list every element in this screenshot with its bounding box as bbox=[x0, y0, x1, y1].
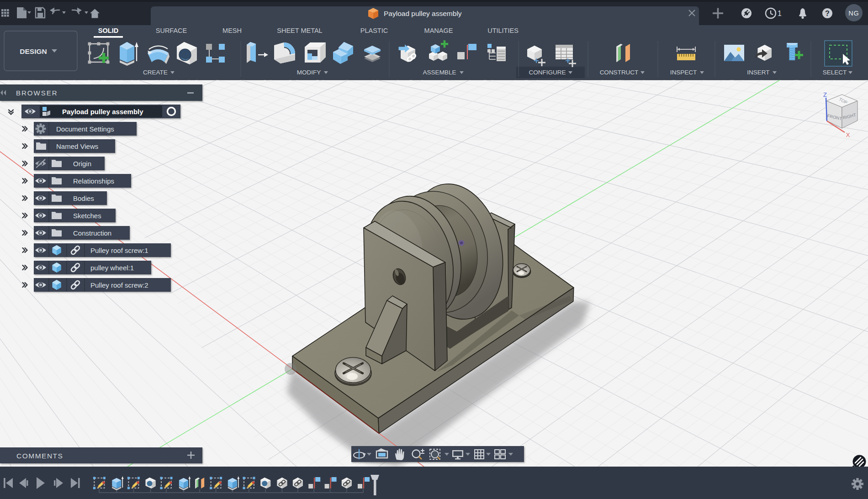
svg-text:Document Settings: Document Settings bbox=[56, 125, 114, 133]
svg-text:X: X bbox=[846, 131, 850, 138]
svg-text:SHEET METAL: SHEET METAL bbox=[277, 27, 322, 34]
svg-text:UTILITIES: UTILITIES bbox=[487, 27, 519, 34]
svg-text:MESH: MESH bbox=[222, 27, 242, 34]
svg-text:1: 1 bbox=[778, 10, 782, 17]
svg-text:?: ? bbox=[825, 10, 830, 17]
svg-text:Payload pulley assembly: Payload pulley assembly bbox=[62, 108, 143, 116]
svg-text:SURFACE: SURFACE bbox=[156, 27, 187, 34]
svg-text:Bodies: Bodies bbox=[73, 194, 94, 202]
svg-text:BROWSER: BROWSER bbox=[16, 89, 58, 97]
svg-text:NG: NG bbox=[848, 10, 859, 17]
svg-text:ASSEMBLE: ASSEMBLE bbox=[423, 69, 456, 76]
svg-text:Pulley roof screw:1: Pulley roof screw:1 bbox=[90, 247, 148, 254]
svg-text:Construction: Construction bbox=[73, 229, 111, 237]
svg-text:pulley wheel:1: pulley wheel:1 bbox=[90, 264, 134, 272]
svg-text:MANAGE: MANAGE bbox=[424, 27, 453, 34]
svg-text:CONSTRUCT: CONSTRUCT bbox=[600, 69, 639, 76]
svg-text:Z: Z bbox=[823, 91, 827, 98]
svg-text:MODIFY: MODIFY bbox=[297, 69, 321, 76]
svg-text:Relationships: Relationships bbox=[73, 177, 114, 185]
svg-text:Sketches: Sketches bbox=[73, 212, 101, 220]
svg-text:COMMENTS: COMMENTS bbox=[16, 452, 63, 460]
svg-text:Pulley roof screw:2: Pulley roof screw:2 bbox=[90, 281, 148, 289]
svg-text:CONFIGURE: CONFIGURE bbox=[529, 69, 566, 76]
svg-text:INSPECT: INSPECT bbox=[670, 69, 697, 76]
svg-text:Payload pulley assembly: Payload pulley assembly bbox=[384, 10, 462, 17]
svg-text:PLASTIC: PLASTIC bbox=[360, 27, 388, 34]
svg-text:Named Views: Named Views bbox=[56, 142, 98, 150]
svg-text:SOLID: SOLID bbox=[98, 27, 118, 34]
svg-text:CREATE: CREATE bbox=[143, 69, 168, 76]
svg-text:DESIGN: DESIGN bbox=[20, 47, 47, 55]
svg-text:INSERT: INSERT bbox=[747, 69, 769, 76]
svg-text:SELECT: SELECT bbox=[823, 69, 847, 76]
svg-text:Origin: Origin bbox=[73, 160, 91, 168]
